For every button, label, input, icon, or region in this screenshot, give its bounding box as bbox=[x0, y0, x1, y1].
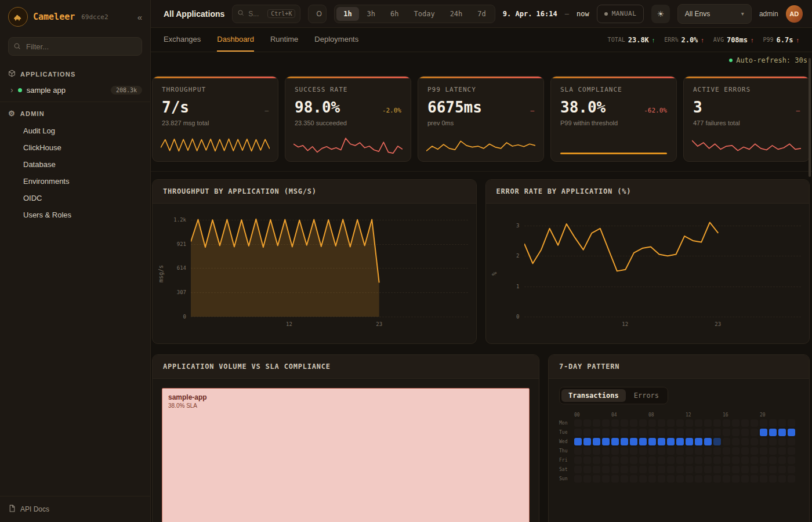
filter-input[interactable] bbox=[8, 37, 142, 56]
heatmap-cell[interactable] bbox=[676, 447, 684, 455]
sidebar-item-api-docs[interactable]: API Docs bbox=[0, 496, 150, 522]
heatmap-cell[interactable] bbox=[611, 466, 619, 473]
heatmap-cell[interactable] bbox=[704, 429, 712, 436]
heatmap-cell[interactable] bbox=[751, 475, 758, 483]
chevron-right-icon[interactable]: › bbox=[10, 85, 13, 95]
heatmap-cell[interactable] bbox=[741, 447, 749, 455]
heatmap-cell[interactable] bbox=[648, 466, 656, 473]
heatmap-cell[interactable] bbox=[695, 419, 702, 427]
heatmap-cell[interactable] bbox=[630, 438, 637, 445]
sidebar-item-clickhouse[interactable]: ClickHouse bbox=[0, 139, 150, 156]
heatmap-cell[interactable] bbox=[732, 475, 740, 483]
heatmap-cell[interactable] bbox=[574, 438, 582, 445]
heatmap-cell[interactable] bbox=[602, 447, 610, 455]
heatmap-cell[interactable] bbox=[732, 438, 740, 445]
heatmap-cell[interactable] bbox=[630, 447, 637, 455]
toggle-errors[interactable]: Errors bbox=[627, 389, 666, 402]
heatmap-cell[interactable] bbox=[788, 429, 795, 436]
heatmap-cell[interactable] bbox=[695, 466, 702, 473]
heatmap-cell[interactable] bbox=[593, 447, 600, 455]
heatmap-cell[interactable] bbox=[695, 475, 702, 483]
avatar[interactable]: AD bbox=[786, 5, 803, 23]
heatmap-cell[interactable] bbox=[639, 429, 647, 436]
global-search[interactable]: S... Ctrl+K bbox=[232, 5, 300, 23]
heatmap-cell[interactable] bbox=[788, 438, 795, 445]
range-today[interactable]: Today bbox=[407, 7, 442, 21]
heatmap-cell[interactable] bbox=[621, 475, 628, 483]
heatmap-cell[interactable] bbox=[760, 438, 767, 445]
sidebar-collapse-icon[interactable]: « bbox=[137, 12, 142, 22]
heatmap-cell[interactable] bbox=[639, 466, 647, 473]
heatmap-cell[interactable] bbox=[788, 419, 795, 427]
heatmap-cell[interactable] bbox=[778, 466, 786, 473]
heatmap-cell[interactable] bbox=[778, 456, 786, 464]
current-datetime[interactable]: 9. Apr. 16:14 bbox=[503, 10, 557, 18]
heatmap-cell[interactable] bbox=[593, 456, 600, 464]
heatmap-cell[interactable] bbox=[667, 456, 675, 464]
heatmap-cell[interactable] bbox=[593, 438, 600, 445]
now-label[interactable]: now bbox=[577, 10, 589, 18]
heatmap-cell[interactable] bbox=[713, 466, 721, 473]
heatmap-cell[interactable] bbox=[611, 419, 619, 427]
heatmap-cell[interactable] bbox=[769, 429, 777, 436]
heatmap-cell[interactable] bbox=[621, 447, 628, 455]
heatmap-cell[interactable] bbox=[583, 447, 591, 455]
heatmap-cell[interactable] bbox=[611, 438, 619, 445]
heatmap-cell[interactable] bbox=[593, 419, 600, 427]
heatmap-cell[interactable] bbox=[732, 447, 740, 455]
heatmap-cell[interactable] bbox=[788, 447, 795, 455]
heatmap-cell[interactable] bbox=[741, 466, 749, 473]
toggle-transactions[interactable]: Transactions bbox=[561, 389, 626, 402]
heatmap-cell[interactable] bbox=[583, 438, 591, 445]
heatmap-cell[interactable] bbox=[704, 419, 712, 427]
heatmap-cell[interactable] bbox=[741, 475, 749, 483]
heatmap-cell[interactable] bbox=[760, 419, 767, 427]
heatmap-cell[interactable] bbox=[658, 429, 665, 436]
heatmap-cell[interactable] bbox=[621, 438, 628, 445]
sidebar-item-database[interactable]: Database bbox=[0, 156, 150, 173]
range-7d[interactable]: 7d bbox=[470, 7, 492, 21]
heatmap-cell[interactable] bbox=[574, 456, 582, 464]
heatmap-cell[interactable] bbox=[751, 438, 758, 445]
heatmap-cell[interactable] bbox=[630, 419, 637, 427]
heatmap-cell[interactable] bbox=[574, 429, 582, 436]
heatmap-cell[interactable] bbox=[676, 475, 684, 483]
sidebar-item-environments[interactable]: Environments bbox=[0, 173, 150, 190]
heatmap-cell[interactable] bbox=[676, 466, 684, 473]
heatmap-cell[interactable] bbox=[760, 429, 767, 436]
tab-deployments[interactable]: Deployments bbox=[314, 28, 358, 52]
heatmap-cell[interactable] bbox=[621, 419, 628, 427]
heatmap-cell[interactable] bbox=[723, 419, 730, 427]
heatmap-cell[interactable] bbox=[648, 429, 656, 436]
heatmap-cell[interactable] bbox=[732, 419, 740, 427]
heatmap-cell[interactable] bbox=[732, 466, 740, 473]
heatmap-cell[interactable] bbox=[723, 456, 730, 464]
heatmap-cell[interactable] bbox=[732, 456, 740, 464]
heatmap-cell[interactable] bbox=[695, 438, 702, 445]
heatmap-cell[interactable] bbox=[611, 456, 619, 464]
heatmap-cell[interactable] bbox=[741, 419, 749, 427]
heatmap-cell[interactable] bbox=[676, 456, 684, 464]
heatmap-cell[interactable] bbox=[695, 456, 702, 464]
treemap-rect-sample-app[interactable]: sample-app 38.0% SLA bbox=[162, 388, 530, 522]
heatmap-cell[interactable] bbox=[713, 475, 721, 483]
heatmap-cell[interactable] bbox=[686, 419, 693, 427]
heatmap-cell[interactable] bbox=[686, 475, 693, 483]
heatmap-cell[interactable] bbox=[667, 429, 675, 436]
heatmap-cell[interactable] bbox=[639, 419, 647, 427]
heatmap-cell[interactable] bbox=[593, 475, 600, 483]
heatmap-cell[interactable] bbox=[630, 475, 637, 483]
heatmap-cell[interactable] bbox=[704, 456, 712, 464]
heatmap-cell[interactable] bbox=[648, 438, 656, 445]
heatmap-cell[interactable] bbox=[602, 475, 610, 483]
heatmap-cell[interactable] bbox=[667, 447, 675, 455]
heatmap-cell[interactable] bbox=[639, 456, 647, 464]
heatmap-cell[interactable] bbox=[611, 447, 619, 455]
heatmap-cell[interactable] bbox=[658, 419, 665, 427]
heatmap-cell[interactable] bbox=[658, 466, 665, 473]
heatmap-cell[interactable] bbox=[760, 475, 767, 483]
heatmap-cell[interactable] bbox=[630, 456, 637, 464]
heatmap-cell[interactable] bbox=[676, 429, 684, 436]
heatmap-cell[interactable] bbox=[741, 438, 749, 445]
heatmap-cell[interactable] bbox=[769, 466, 777, 473]
